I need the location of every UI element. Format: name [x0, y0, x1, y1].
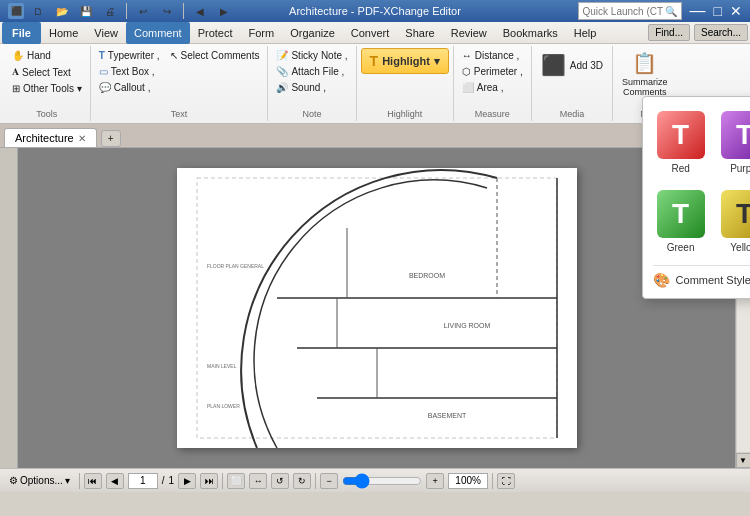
typewriter-btn[interactable]: T Typewriter ,: [95, 48, 164, 63]
maximize-btn[interactable]: □: [714, 3, 722, 19]
callout-btn[interactable]: 💬 Callout ,: [95, 80, 164, 95]
tools-items: ✋ Hand 𝐀 Select Text ⊞ Other Tools ▾: [8, 48, 86, 107]
measure-col: ↔ Distance , ⬡ Perimeter , ⬜ Area ,: [458, 48, 527, 95]
page-separator: /: [162, 475, 165, 486]
comment-styles-palette-btn[interactable]: 🎨 Comment Styles Palette: [653, 265, 750, 288]
area-label: Area ,: [477, 82, 504, 93]
ribbon-group-highlight: T Highlight ▾ Highlight T Red T Purple: [357, 46, 454, 121]
sound-btn[interactable]: 🔊 Sound ,: [272, 80, 351, 95]
menu-organize[interactable]: Organize: [282, 22, 343, 44]
note-items: 📝 Sticky Note , 📎 Attach File , 🔊 Sound …: [272, 48, 351, 107]
save-btn[interactable]: 💾: [76, 2, 96, 20]
add-3d-btn[interactable]: ⬛ Add 3D: [536, 48, 608, 82]
perimeter-icon: ⬡: [462, 66, 471, 77]
menu-review[interactable]: Review: [443, 22, 495, 44]
plus-icon: +: [108, 133, 114, 144]
area-btn[interactable]: ⬜ Area ,: [458, 80, 527, 95]
hand-tool-btn[interactable]: ✋ Hand: [8, 48, 86, 63]
zoom-input[interactable]: [448, 473, 488, 489]
menu-home[interactable]: Home: [41, 22, 86, 44]
highlight-dropdown-arrow: ▾: [434, 55, 440, 68]
svg-text:BASEMENT: BASEMENT: [427, 412, 466, 419]
fit-page-btn[interactable]: ⬜: [227, 473, 245, 489]
find-btn[interactable]: Find...: [648, 24, 690, 41]
text-items: T Typewriter , ▭ Text Box , 💬 Callout , …: [95, 48, 264, 107]
fullscreen-btn[interactable]: ⛶: [497, 473, 515, 489]
style-yellow[interactable]: T Yellow: [717, 186, 750, 257]
perimeter-label: Perimeter ,: [474, 66, 523, 77]
back-btn[interactable]: ◀: [190, 2, 210, 20]
style-green[interactable]: T Green: [653, 186, 709, 257]
close-btn[interactable]: ✕: [730, 3, 742, 19]
text-col2: ↖ Select Comments: [166, 48, 264, 63]
svg-text:FLOOR PLAN GENERAL: FLOOR PLAN GENERAL: [207, 263, 264, 269]
fit-width-btn[interactable]: ↔: [249, 473, 267, 489]
fwd-btn[interactable]: ▶: [214, 2, 234, 20]
tab-close-btn[interactable]: ✕: [78, 133, 86, 144]
next-page-btn[interactable]: ▶: [178, 473, 196, 489]
menu-form[interactable]: Form: [241, 22, 283, 44]
last-page-btn[interactable]: ⏭: [200, 473, 218, 489]
menu-help[interactable]: Help: [566, 22, 605, 44]
tab-bar: Architecture ✕ +: [0, 124, 750, 148]
ribbon-group-text: T Typewriter , ▭ Text Box , 💬 Callout , …: [91, 46, 269, 121]
new-btn[interactable]: 🗋: [28, 2, 48, 20]
title-bar-right: 🔍 — □ ✕: [578, 2, 742, 20]
options-btn[interactable]: ⚙ Options... ▾: [4, 473, 75, 488]
left-panel: [0, 148, 18, 468]
zoom-out-btn[interactable]: −: [320, 473, 338, 489]
new-tab-btn[interactable]: +: [101, 130, 121, 147]
rotate-right-btn[interactable]: ↻: [293, 473, 311, 489]
gear-icon: ⚙: [9, 475, 18, 486]
menu-file[interactable]: File: [2, 22, 41, 44]
status-bar: ⚙ Options... ▾ ⏮ ◀ / 1 ▶ ⏭ ⬜ ↔ ↺ ↻ − + ⛶: [0, 468, 750, 492]
sound-icon: 🔊: [276, 82, 288, 93]
typewriter-label: Typewriter ,: [108, 50, 160, 61]
blueprint-svg: BEDROOM LIVING ROOM BASEMENT FLOOR PLAN …: [177, 168, 577, 448]
summarize-comments-btn[interactable]: 📋 SummarizeComments: [617, 48, 673, 100]
style-red[interactable]: T Red: [653, 107, 709, 178]
quick-launch-box[interactable]: 🔍: [578, 2, 682, 20]
select-text-btn[interactable]: 𝐀 Select Text: [8, 64, 86, 80]
distance-btn[interactable]: ↔ Distance ,: [458, 48, 527, 63]
textbox-btn[interactable]: ▭ Text Box ,: [95, 64, 164, 79]
style-yellow-label: Yellow: [730, 242, 750, 253]
prev-page-btn[interactable]: ◀: [106, 473, 124, 489]
stickynote-label: Sticky Note ,: [291, 50, 347, 61]
attach-file-btn[interactable]: 📎 Attach File ,: [272, 64, 351, 79]
zoom-slider[interactable]: [342, 474, 422, 488]
title-bar: ⬛ 🗋 📂 💾 🖨 ↩ ↪ ◀ ▶ Architecture - PDF-XCh…: [0, 0, 750, 22]
page-number-input[interactable]: [128, 473, 158, 489]
minimize-btn[interactable]: —: [690, 2, 706, 20]
menu-bookmarks[interactable]: Bookmarks: [495, 22, 566, 44]
select-comments-btn[interactable]: ↖ Select Comments: [166, 48, 264, 63]
menu-view[interactable]: View: [86, 22, 126, 44]
quick-launch-input[interactable]: [583, 6, 663, 17]
typewriter-icon: T: [99, 50, 105, 61]
attachfile-label: Attach File ,: [291, 66, 344, 77]
menu-convert[interactable]: Convert: [343, 22, 398, 44]
doc-canvas[interactable]: BEDROOM LIVING ROOM BASEMENT FLOOR PLAN …: [18, 148, 735, 468]
other-tools-btn[interactable]: ⊞ Other Tools ▾: [8, 81, 86, 96]
undo-btn[interactable]: ↩: [133, 2, 153, 20]
area-icon: ⬜: [462, 82, 474, 93]
menu-share[interactable]: Share: [397, 22, 442, 44]
highlight-btn[interactable]: T Highlight ▾: [361, 48, 449, 74]
scroll-down-btn[interactable]: ▼: [736, 453, 751, 468]
callout-icon: 💬: [99, 82, 111, 93]
style-purple[interactable]: T Purple: [717, 107, 750, 178]
sticky-note-btn[interactable]: 📝 Sticky Note ,: [272, 48, 351, 63]
open-btn[interactable]: 📂: [52, 2, 72, 20]
svg-text:BEDROOM: BEDROOM: [408, 272, 444, 279]
first-page-btn[interactable]: ⏮: [84, 473, 102, 489]
rotate-left-btn[interactable]: ↺: [271, 473, 289, 489]
menu-comment[interactable]: Comment: [126, 22, 190, 44]
search-btn[interactable]: Search...: [694, 24, 748, 41]
print-btn[interactable]: 🖨: [100, 2, 120, 20]
zoom-in-btn[interactable]: +: [426, 473, 444, 489]
tab-architecture[interactable]: Architecture ✕: [4, 128, 97, 147]
redo-btn[interactable]: ↪: [157, 2, 177, 20]
style-grid: T Red T Purple T Indigo T Blue: [653, 107, 750, 257]
menu-protect[interactable]: Protect: [190, 22, 241, 44]
perimeter-btn[interactable]: ⬡ Perimeter ,: [458, 64, 527, 79]
